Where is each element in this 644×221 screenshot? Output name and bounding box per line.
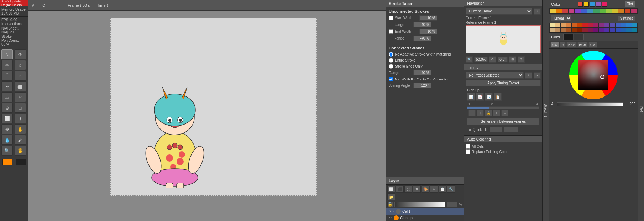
quick-swatch-2[interactable] bbox=[584, 2, 589, 7]
palette-swatch[interactable] bbox=[587, 9, 593, 13]
palette-swatch[interactable] bbox=[612, 9, 618, 13]
ps[interactable] bbox=[604, 23, 609, 27]
rgb-mode-btn[interactable]: RGB bbox=[577, 42, 588, 48]
layer-btn-1[interactable]: ⬜ bbox=[387, 185, 395, 193]
rotate-tool[interactable]: ⟳ bbox=[15, 49, 26, 59]
ps[interactable] bbox=[599, 28, 604, 32]
conn-range-value[interactable]: -40 % bbox=[413, 70, 431, 75]
start-range-value[interactable]: -40 % bbox=[413, 22, 431, 27]
layer-row-clanup[interactable]: • • Clan up bbox=[386, 215, 464, 221]
end-range-value[interactable]: -40 % bbox=[413, 36, 431, 41]
palette-swatch[interactable] bbox=[631, 9, 637, 13]
ps[interactable] bbox=[566, 28, 571, 32]
ref-tab[interactable]: Ref 1 bbox=[638, 0, 644, 221]
clan-icon-2[interactable]: 📈 bbox=[476, 93, 484, 101]
nav-zoom-icon[interactable]: 🔍 bbox=[466, 56, 473, 63]
palette-swatch[interactable] bbox=[562, 9, 568, 13]
palette-swatch[interactable] bbox=[550, 9, 556, 13]
clan-icon-4[interactable]: 📋 bbox=[494, 93, 502, 101]
zoom-tool[interactable]: 🔍 bbox=[1, 146, 13, 156]
palette-swatch[interactable] bbox=[556, 9, 562, 13]
foreground-color-swatch[interactable] bbox=[2, 159, 12, 165]
layer-btn-8[interactable]: 🔧 bbox=[447, 185, 455, 193]
ps[interactable] bbox=[632, 23, 637, 27]
ps[interactable] bbox=[561, 23, 566, 27]
ps[interactable] bbox=[555, 28, 560, 32]
ps[interactable] bbox=[593, 28, 598, 32]
sketch-tab[interactable]: Sketch 1 bbox=[542, 0, 549, 221]
radio-entire-stroke[interactable] bbox=[389, 58, 393, 63]
brush-tool[interactable]: ✒ bbox=[1, 81, 13, 91]
ps[interactable] bbox=[582, 23, 587, 27]
ps[interactable] bbox=[577, 23, 582, 27]
opacity-input[interactable]: 100 bbox=[447, 202, 457, 207]
timeline-track[interactable] bbox=[467, 106, 539, 109]
white-swatch[interactable] bbox=[574, 34, 584, 40]
hsv-mode-btn[interactable]: HSV bbox=[566, 42, 577, 48]
tint-button[interactable]: Tint bbox=[625, 1, 635, 7]
alpha-slider[interactable] bbox=[557, 102, 623, 106]
current-frame-dropdown[interactable]: Current Frame bbox=[466, 8, 532, 15]
ps[interactable] bbox=[626, 28, 631, 32]
palette-swatch[interactable] bbox=[606, 9, 612, 13]
color-wheel-svg[interactable] bbox=[569, 50, 618, 100]
layer-btn-6[interactable]: ✂ bbox=[430, 185, 438, 193]
all-cels-checkbox[interactable] bbox=[466, 144, 470, 149]
palette-swatch[interactable] bbox=[618, 9, 624, 13]
opacity-bar[interactable] bbox=[394, 202, 445, 207]
layer-btn-2[interactable]: ⬛ bbox=[396, 185, 404, 193]
move-tool[interactable]: ✥ bbox=[1, 124, 13, 134]
ps[interactable] bbox=[599, 23, 604, 27]
ps[interactable] bbox=[588, 23, 593, 27]
end-width-value[interactable]: 10 % bbox=[419, 29, 437, 34]
palette-swatch[interactable] bbox=[593, 9, 600, 13]
arc-tool[interactable]: ⌓ bbox=[1, 92, 13, 102]
fill-tool[interactable]: ⬤ bbox=[15, 81, 26, 91]
ps[interactable] bbox=[621, 23, 626, 27]
ps[interactable] bbox=[572, 23, 577, 27]
clan-ctrl-1[interactable]: ↑ bbox=[468, 110, 476, 116]
arc2-tool[interactable]: ⌔ bbox=[15, 92, 26, 102]
clan-ctrl-2[interactable]: ↓ bbox=[477, 110, 484, 116]
nav-rotate-icon[interactable]: ⟳ bbox=[489, 56, 496, 63]
layer-btn-7[interactable]: 📋 bbox=[439, 185, 446, 193]
timing-del-btn[interactable]: - bbox=[534, 72, 541, 79]
apply-timing-btn[interactable]: Apply Timing Preset bbox=[466, 80, 541, 86]
quick-swatch-5[interactable] bbox=[602, 2, 607, 7]
canvas-frame[interactable] bbox=[110, 18, 317, 196]
nav-reset-btn[interactable]: ⊙ bbox=[518, 56, 525, 63]
cw-mode-btn[interactable]: CW bbox=[550, 42, 559, 48]
pencil-tool[interactable]: ✏ bbox=[1, 60, 13, 70]
ps[interactable] bbox=[550, 23, 555, 27]
clan-ctrl-5[interactable]: ← bbox=[501, 110, 508, 116]
select-tool[interactable]: ↖ bbox=[1, 49, 13, 59]
eraser-tool[interactable]: ⬜ bbox=[1, 114, 13, 123]
nav-preview[interactable] bbox=[466, 25, 541, 53]
ps[interactable] bbox=[561, 28, 566, 32]
ps[interactable] bbox=[593, 23, 598, 27]
target-tool[interactable]: ⊕ bbox=[1, 103, 13, 113]
lasso-tool[interactable]: ⌒ bbox=[1, 71, 13, 81]
ps[interactable] bbox=[626, 23, 631, 27]
radio-stroke-ends[interactable] bbox=[389, 64, 393, 69]
background-color-swatch[interactable] bbox=[16, 159, 26, 165]
layer-btn-3[interactable]: ⬚ bbox=[404, 185, 412, 193]
ps[interactable] bbox=[616, 23, 621, 27]
joining-angle-value[interactable]: 120 ° bbox=[413, 83, 431, 88]
settings-button[interactable]: Settings bbox=[618, 15, 635, 21]
palette-swatch[interactable] bbox=[625, 9, 631, 13]
paint-tool[interactable]: 🖌 bbox=[15, 135, 26, 145]
quick-swatch-1[interactable] bbox=[578, 2, 583, 7]
hand-tool[interactable]: ✋ bbox=[15, 124, 26, 134]
smudge-tool[interactable]: ⌇ bbox=[15, 114, 26, 123]
palette-swatch[interactable] bbox=[600, 9, 606, 13]
clan-icon-1[interactable]: 📊 bbox=[467, 93, 475, 101]
max-width-checkbox[interactable] bbox=[389, 77, 393, 81]
ps[interactable] bbox=[550, 28, 555, 32]
nav-angle-value[interactable]: 0.0° bbox=[498, 57, 508, 62]
start-width-value[interactable]: 10 % bbox=[419, 15, 437, 21]
quick-flip-fps[interactable]: 12 fps bbox=[504, 127, 518, 132]
a-mode-btn[interactable]: A bbox=[560, 42, 566, 48]
ps[interactable] bbox=[582, 28, 587, 32]
pan-tool[interactable]: 🖐 bbox=[15, 146, 26, 156]
